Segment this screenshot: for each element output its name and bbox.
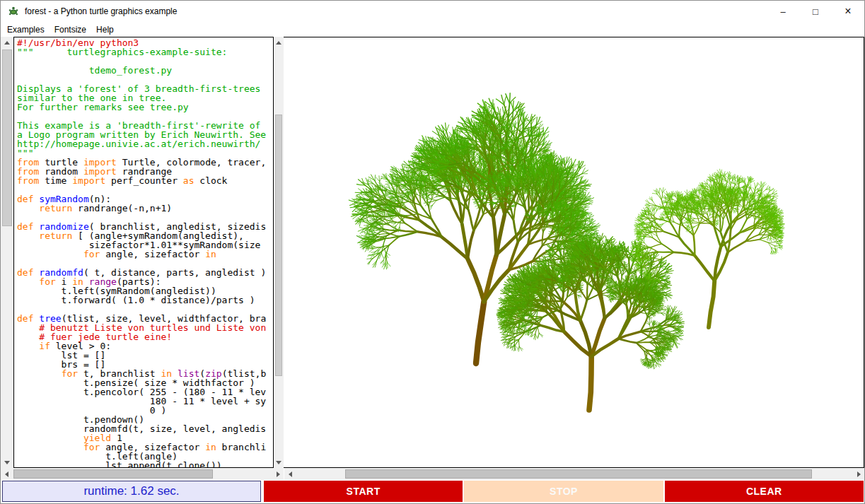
start-button[interactable]: START bbox=[264, 481, 463, 502]
code-horizontal-scrollbar-thumb[interactable] bbox=[13, 469, 213, 479]
code-editor[interactable]: #!/usr/bin/env python3""" turtlegraphics… bbox=[13, 37, 274, 468]
code-scroll-down-icon[interactable] bbox=[1, 457, 13, 468]
close-button[interactable]: × bbox=[832, 1, 864, 22]
canvas-scroll-up-icon[interactable] bbox=[274, 37, 284, 48]
canvas-vertical-scrollbar-thumb[interactable] bbox=[275, 115, 282, 376]
code-scroll-up-icon[interactable] bbox=[1, 37, 13, 48]
code-text: #!/usr/bin/env python3""" turtlegraphics… bbox=[17, 38, 273, 468]
maximize-button[interactable]: □ bbox=[799, 1, 832, 22]
title-bar: forest - a Python turtle graphics exampl… bbox=[1, 1, 864, 22]
code-vertical-scrollbar[interactable] bbox=[1, 37, 13, 468]
canvas-horizontal-scrollbar[interactable] bbox=[284, 468, 864, 480]
menu-bar: Examples Fontsize Help bbox=[1, 22, 864, 37]
canvas-scroll-down-icon[interactable] bbox=[274, 457, 284, 468]
code-scroll-right-icon[interactable] bbox=[272, 468, 284, 480]
app-window: forest - a Python turtle graphics exampl… bbox=[0, 0, 865, 504]
menu-fontsize[interactable]: Fontsize bbox=[50, 23, 91, 36]
minimize-button[interactable]: – bbox=[767, 1, 799, 22]
stop-button[interactable]: STOP bbox=[464, 481, 663, 502]
menu-help[interactable]: Help bbox=[91, 23, 119, 36]
canvas-vertical-scrollbar[interactable] bbox=[274, 37, 284, 468]
code-vertical-scrollbar-thumb[interactable] bbox=[2, 49, 12, 226]
canvas-scroll-right-icon[interactable] bbox=[853, 468, 864, 480]
window-title: forest - a Python turtle graphics exampl… bbox=[25, 6, 177, 16]
canvas-horizontal-scrollbar-thumb[interactable] bbox=[345, 469, 812, 479]
code-scroll-left-icon[interactable] bbox=[1, 468, 12, 480]
menu-examples[interactable]: Examples bbox=[2, 23, 50, 36]
turtle-icon bbox=[7, 5, 20, 18]
clear-button[interactable]: CLEAR bbox=[665, 481, 864, 502]
canvas-scroll-left-icon[interactable] bbox=[284, 468, 296, 480]
bottom-bar: runtime: 1.62 sec. START STOP CLEAR bbox=[1, 480, 864, 503]
code-horizontal-scrollbar[interactable] bbox=[1, 468, 284, 480]
graphics-pane bbox=[284, 37, 864, 468]
window-controls: – □ × bbox=[767, 1, 864, 22]
runtime-status: runtime: 1.62 sec. bbox=[2, 481, 261, 502]
horizontal-scroll-row bbox=[1, 468, 864, 480]
turtle-canvas[interactable] bbox=[284, 37, 863, 467]
main-area: #!/usr/bin/env python3""" turtlegraphics… bbox=[1, 37, 864, 468]
